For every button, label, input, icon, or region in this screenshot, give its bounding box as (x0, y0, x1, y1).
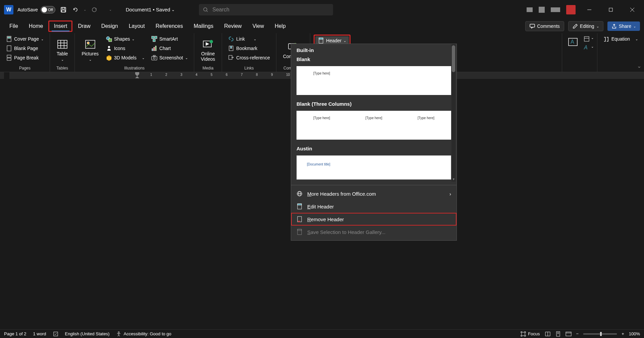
wordart-button[interactable]: A⌄ (584, 45, 594, 51)
margin-marker-icon[interactable] (135, 72, 139, 78)
accessibility-icon (116, 331, 121, 337)
blank-page-button[interactable]: Blank Page (3, 44, 46, 53)
camera-icon (151, 55, 157, 61)
tab-layout[interactable]: Layout (123, 20, 150, 32)
chevron-down-icon[interactable]: ⌄ (171, 7, 175, 12)
bookmark-button[interactable]: Bookmark (225, 44, 272, 53)
bookmark-icon (228, 45, 234, 51)
svg-rect-27 (153, 39, 155, 42)
print-layout-icon[interactable] (555, 331, 561, 337)
toggle-knob (42, 7, 47, 12)
smartart-button[interactable]: SmartArt (149, 35, 191, 43)
maximize-button[interactable] (603, 4, 619, 15)
title-right (527, 4, 640, 15)
close-button[interactable] (625, 4, 640, 15)
svg-rect-64 (566, 332, 571, 336)
comments-button[interactable]: Comments (525, 21, 564, 31)
tab-draw[interactable]: Draw (72, 20, 96, 32)
web-layout-icon[interactable] (566, 331, 572, 337)
tab-references[interactable]: References (150, 20, 189, 32)
minimize-button[interactable] (582, 4, 597, 15)
pictures-button[interactable]: Pictures ⌄ (78, 35, 102, 66)
chart-button[interactable]: Chart (149, 44, 191, 53)
svg-point-35 (210, 40, 213, 43)
textbox-button[interactable]: A (566, 35, 580, 49)
scrollbar-thumb[interactable] (452, 45, 455, 72)
globe-icon (297, 191, 303, 197)
spell-check-icon[interactable] (53, 331, 58, 337)
icons-button[interactable]: Icons (103, 44, 147, 53)
tab-help[interactable]: Help (269, 20, 291, 32)
tab-review[interactable]: Review (219, 20, 247, 32)
status-accessibility[interactable]: Accessibility: Good to go (116, 331, 171, 337)
status-language[interactable]: English (United States) (65, 331, 110, 336)
read-mode-icon[interactable] (545, 331, 551, 337)
cover-page-button[interactable]: Cover Page⌄ (3, 35, 46, 43)
table-button[interactable]: Table ⌄ (53, 35, 71, 66)
quick-parts-button[interactable]: ⌄ (584, 36, 594, 42)
tab-view[interactable]: View (247, 20, 269, 32)
svg-rect-9 (530, 24, 535, 27)
header-preview-blank[interactable]: [Type here] (297, 66, 451, 95)
title-bar: W AutoSave Off ⌄ ⌄ Document1 • Saved ⌄ S… (0, 0, 644, 19)
editing-button[interactable]: Editing ⌄ (568, 21, 603, 31)
shapes-button[interactable]: Shapes⌄ (103, 35, 147, 43)
tab-mailings[interactable]: Mailings (189, 20, 219, 32)
3d-models-button[interactable]: 3D Models⌄ (103, 53, 147, 62)
user-avatar[interactable] (566, 5, 576, 14)
equation-button[interactable]: Equation ⌄ (601, 35, 641, 43)
collapse-ribbon-icon[interactable]: ⌄ (637, 63, 641, 69)
svg-text:A: A (571, 39, 574, 45)
svg-rect-30 (155, 46, 156, 51)
tab-insert[interactable]: Insert (48, 20, 72, 32)
status-page[interactable]: Page 1 of 2 (4, 331, 26, 336)
edit-header-item[interactable]: Edit Header (291, 200, 457, 213)
search-input[interactable]: Search (199, 4, 333, 15)
link-button[interactable]: Link⌄ (225, 35, 272, 43)
save-icon[interactable] (59, 6, 67, 14)
autosave-toggle[interactable]: AutoSave Off (17, 6, 55, 13)
dd-blank-title: Blank (291, 54, 457, 64)
zoom-in-button[interactable]: + (622, 331, 624, 336)
scroll-down-icon[interactable]: ▼ (452, 178, 455, 181)
header-preview-austin[interactable]: [Document title] (297, 155, 451, 180)
page-break-button[interactable]: Page Break (3, 53, 46, 62)
chevron-down-icon[interactable]: ⌄ (109, 8, 112, 11)
zoom-out-button[interactable]: − (576, 331, 579, 336)
focus-button[interactable]: Focus (521, 331, 540, 337)
cross-reference-button[interactable]: Cross-reference (225, 53, 272, 62)
share-button[interactable]: Share ⌄ (607, 21, 640, 31)
dropdown-scrollbar[interactable]: ▼ (451, 44, 455, 182)
screenshot-button[interactable]: Screenshot⌄ (149, 53, 191, 62)
toggle-switch[interactable]: Off (41, 6, 55, 13)
redo-icon[interactable] (90, 6, 98, 14)
undo-icon[interactable] (71, 6, 79, 14)
chevron-down-icon: ⌄ (343, 39, 346, 43)
zoom-thumb[interactable] (600, 332, 602, 336)
zoom-slider[interactable] (583, 333, 617, 335)
online-videos-button[interactable]: Online Videos (198, 35, 219, 66)
autosave-label: AutoSave (17, 7, 38, 12)
toggle-off-label: Off (48, 8, 53, 12)
ruler-corner (0, 72, 4, 79)
group-tables-label: Tables (53, 66, 71, 72)
svg-point-59 (118, 332, 119, 333)
link-icon (228, 36, 234, 42)
tab-home[interactable]: Home (23, 20, 49, 32)
svg-rect-2 (62, 10, 65, 12)
more-headers-item[interactable]: More Headers from Office.com › (291, 187, 457, 200)
svg-rect-6 (609, 8, 612, 11)
svg-rect-28 (152, 49, 153, 51)
status-words[interactable]: 1 word (33, 331, 46, 336)
blur-1 (527, 7, 533, 12)
svg-rect-1 (62, 7, 65, 9)
tab-file[interactable]: File (4, 20, 23, 32)
header-preview-blank-three[interactable]: [Type here] [Type here] [Type here] (297, 111, 451, 140)
svg-rect-23 (109, 39, 112, 42)
remove-header-item[interactable]: Remove Header (291, 213, 457, 226)
tab-design[interactable]: Design (96, 20, 123, 32)
document-title[interactable]: Document1 • Saved ⌄ (126, 7, 175, 12)
zoom-level[interactable]: 100% (629, 331, 640, 336)
svg-rect-13 (7, 55, 11, 57)
chevron-down-icon[interactable]: ⌄ (84, 8, 86, 11)
